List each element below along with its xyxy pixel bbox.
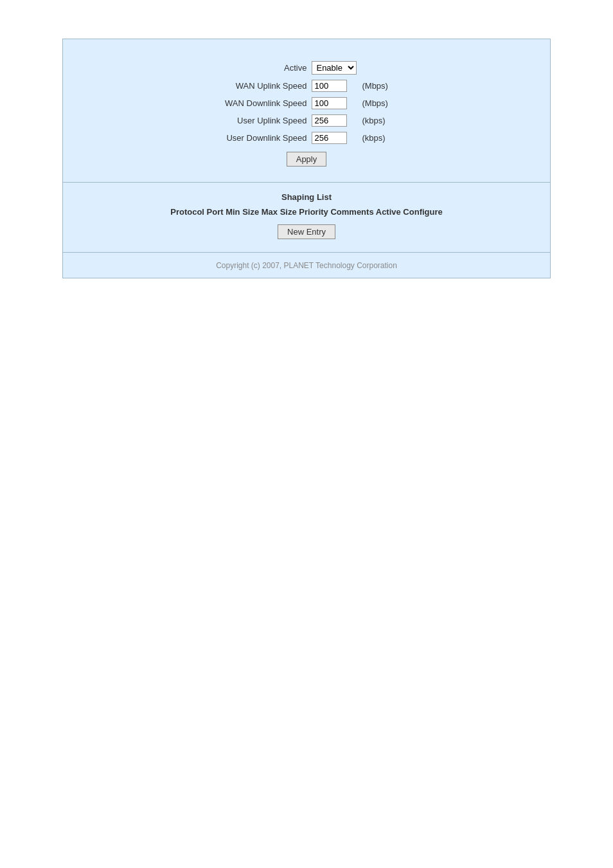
active-label: Active — [222, 59, 309, 77]
new-entry-button[interactable]: New Entry — [278, 224, 335, 239]
wan-downlink-label: WAN Downlink Speed — [222, 95, 309, 112]
shaping-list-header: Protocol Port Min Size Max Size Priority… — [76, 207, 537, 217]
user-downlink-label: User Downlink Speed — [222, 129, 309, 147]
main-container: Active Enable Disable WAN Uplink Speed ( — [62, 39, 551, 278]
user-uplink-label: User Uplink Speed — [222, 112, 309, 129]
shaping-list-title: Shaping List — [76, 192, 537, 202]
user-downlink-unit: (kbps) — [359, 129, 390, 147]
settings-form: Active Enable Disable WAN Uplink Speed ( — [222, 59, 391, 169]
apply-button[interactable]: Apply — [287, 152, 327, 167]
wan-uplink-label: WAN Uplink Speed — [222, 77, 309, 95]
active-select[interactable]: Enable Disable — [312, 61, 357, 75]
form-section: Active Enable Disable WAN Uplink Speed ( — [63, 39, 550, 183]
user-uplink-unit: (kbps) — [359, 112, 390, 129]
wan-downlink-unit: (Mbps) — [359, 95, 390, 112]
copyright-text: Copyright (c) 2007, PLANET Technology Co… — [216, 261, 397, 270]
user-uplink-input[interactable] — [312, 114, 347, 127]
wan-uplink-input[interactable] — [312, 80, 347, 92]
footer-section: Copyright (c) 2007, PLANET Technology Co… — [63, 253, 550, 278]
shaping-list-section: Shaping List Protocol Port Min Size Max … — [63, 183, 550, 253]
wan-uplink-unit: (Mbps) — [359, 77, 390, 95]
wan-downlink-input[interactable] — [312, 97, 347, 109]
user-downlink-input[interactable] — [312, 132, 347, 144]
